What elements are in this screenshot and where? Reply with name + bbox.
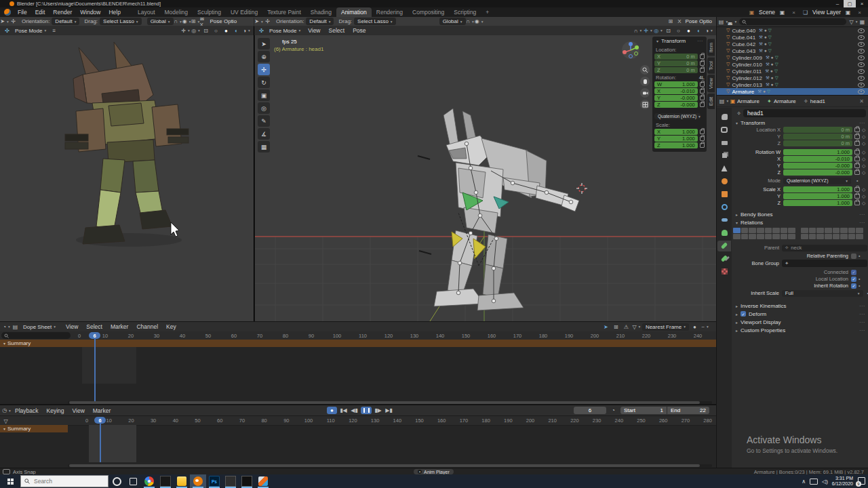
playhead[interactable]: [94, 339, 96, 401]
bone-layers-grid[interactable]: [733, 228, 795, 239]
shading-material-icon[interactable]: ◐: [694, 26, 703, 35]
scale-field-row[interactable]: Z1.000: [654, 142, 705, 148]
tray-volume-icon[interactable]: ◁): [822, 479, 828, 485]
menu-item[interactable]: Channel: [132, 323, 162, 330]
deform-panel[interactable]: Deform: [749, 311, 766, 317]
location-row[interactable]: Z 0 m ◇: [732, 140, 868, 146]
location-field-row[interactable]: X0 m: [654, 54, 705, 60]
proportional-edit-icon[interactable]: ◉▾: [475, 18, 484, 26]
workspace-tab[interactable]: Animation: [336, 7, 372, 17]
filter-funnel-icon[interactable]: ▽: [1, 417, 10, 425]
location-row[interactable]: Y 0 m ◇: [732, 134, 868, 140]
inverse-kinematics-panel[interactable]: Inverse Kinematics: [741, 303, 787, 309]
menu-item[interactable]: Window: [76, 9, 104, 16]
inherit-scale-dropdown[interactable]: Full▾: [782, 290, 863, 297]
lock-icon[interactable]: [700, 136, 705, 141]
move-tool-icon[interactable]: ✢: [9, 18, 18, 26]
lock-icon[interactable]: [700, 82, 705, 87]
measure-tool[interactable]: ∡: [258, 128, 270, 140]
transform-panel-title[interactable]: Transform: [741, 120, 765, 126]
outliner-item[interactable]: ▽ Cube.040 ⚒●▽: [717, 27, 868, 34]
mode-dropdown[interactable]: Pose Mode▾: [266, 27, 304, 35]
rotation-row[interactable]: X -0.010 ◇: [732, 156, 868, 162]
properties-tab[interactable]: [717, 189, 731, 200]
taskbar-app[interactable]: [141, 474, 157, 488]
scale-row[interactable]: Y 1.000 ◇: [732, 193, 868, 199]
jump-to-start-button[interactable]: ▮◀: [339, 407, 348, 415]
transform-tool[interactable]: ◎: [258, 102, 270, 114]
end-frame-field[interactable]: End22: [667, 407, 709, 414]
blender-menu-icon[interactable]: [4, 9, 11, 16]
workspace-tab[interactable]: Layout: [133, 7, 160, 17]
deform-checkbox[interactable]: ✓: [741, 311, 746, 317]
eye-icon[interactable]: [858, 42, 865, 47]
outliner-display-mode-icon[interactable]: ▤▾: [719, 18, 728, 26]
filter-funnel-icon[interactable]: ▽▾: [849, 18, 858, 26]
xray-icon[interactable]: ⊡: [201, 26, 210, 35]
lock-icon[interactable]: [854, 141, 860, 146]
extra-tool[interactable]: ▦: [258, 141, 270, 152]
menu-item[interactable]: Marker: [89, 407, 115, 414]
outliner-item[interactable]: ▽ Cube.043 ⚒●▽: [717, 47, 868, 54]
taskbar-app[interactable]: [157, 474, 174, 488]
minimize-button[interactable]: –: [831, 0, 844, 7]
move-tool-icon[interactable]: ✢: [263, 18, 272, 26]
lock-icon[interactable]: [700, 129, 705, 134]
only-selected-icon[interactable]: ➤: [601, 323, 610, 331]
pose-options[interactable]: Pose Optio: [685, 18, 712, 24]
close-scene-icon[interactable]: ×: [789, 8, 798, 16]
rotation-field-row[interactable]: X-0.010: [654, 88, 705, 94]
parent-field[interactable]: ✧ neck: [782, 245, 867, 251]
menu-item[interactable]: Keying: [43, 407, 68, 414]
properties-tab[interactable]: [717, 163, 731, 174]
workspace-tab[interactable]: +: [481, 7, 494, 17]
bone-layers-grid-2[interactable]: [801, 228, 863, 239]
editor-menus-icon[interactable]: ≡: [50, 26, 58, 35]
lock-icon[interactable]: [854, 150, 860, 155]
lock-icon[interactable]: [700, 68, 705, 73]
start-button[interactable]: [0, 474, 20, 488]
taskbar-app[interactable]: [190, 474, 206, 488]
shading-solid-icon[interactable]: ●: [222, 26, 231, 35]
outliner-item[interactable]: ▽ Cylinder.010 ⚒●▽: [717, 61, 868, 68]
relative-parenting-checkbox[interactable]: [851, 253, 856, 259]
xray-icon[interactable]: ⊡: [664, 26, 673, 35]
bone-group-field[interactable]: ✦: [782, 260, 867, 267]
lock-icon[interactable]: [854, 194, 860, 199]
search-input[interactable]: [33, 477, 94, 485]
notification-center-button[interactable]: 9: [857, 477, 865, 485]
bone-name-field[interactable]: head1: [743, 109, 866, 117]
cursor-tool[interactable]: ⊕: [258, 51, 270, 62]
editor-type-icon[interactable]: ▤▾: [719, 97, 728, 105]
gizmos-icon[interactable]: ⊞: [666, 18, 675, 26]
filter-funnel-icon[interactable]: ▽▾: [632, 323, 641, 331]
scale-tool[interactable]: ▣: [258, 89, 270, 101]
sidebar-tab[interactable]: Item: [707, 39, 715, 56]
shading-rendered-icon[interactable]: ◑▾: [705, 26, 713, 35]
dope-ruler[interactable]: 0102030405060708090100110120130140150160…: [68, 331, 716, 340]
cancel-job-icon[interactable]: ×: [418, 470, 422, 474]
viewport-display-panel[interactable]: Viewport Display: [741, 319, 781, 325]
drag-dropdown[interactable]: Select Lasso▾: [354, 18, 396, 25]
sidebar-tab[interactable]: Tool: [707, 58, 715, 74]
menu-item[interactable]: Select: [82, 323, 106, 330]
editor-type-icon[interactable]: ◔▾: [2, 323, 11, 331]
menu-item[interactable]: Help: [104, 9, 124, 16]
workspace-tab[interactable]: Modeling: [160, 7, 193, 17]
select-box-tool[interactable]: ➤: [258, 38, 270, 49]
use-preview-range-icon[interactable]: ◔: [609, 407, 618, 415]
orientation-dropdown[interactable]: Default▾: [306, 18, 334, 25]
workspace-tab[interactable]: Rendering: [372, 7, 408, 17]
playhead[interactable]: [100, 424, 101, 462]
viewport-left[interactable]: [0, 35, 254, 321]
lock-icon[interactable]: [854, 157, 860, 161]
eye-icon[interactable]: [858, 35, 865, 40]
lock-icon[interactable]: [700, 89, 705, 94]
lock-icon[interactable]: [854, 201, 860, 205]
scale-field-row[interactable]: X1.000: [654, 129, 705, 135]
scale-field-row[interactable]: Y1.000: [654, 136, 705, 142]
menu-item[interactable]: Marker: [106, 323, 132, 330]
keyframe-icon[interactable]: ◇: [862, 134, 865, 140]
tray-display-icon[interactable]: [810, 479, 818, 485]
lock-icon[interactable]: [854, 134, 860, 139]
